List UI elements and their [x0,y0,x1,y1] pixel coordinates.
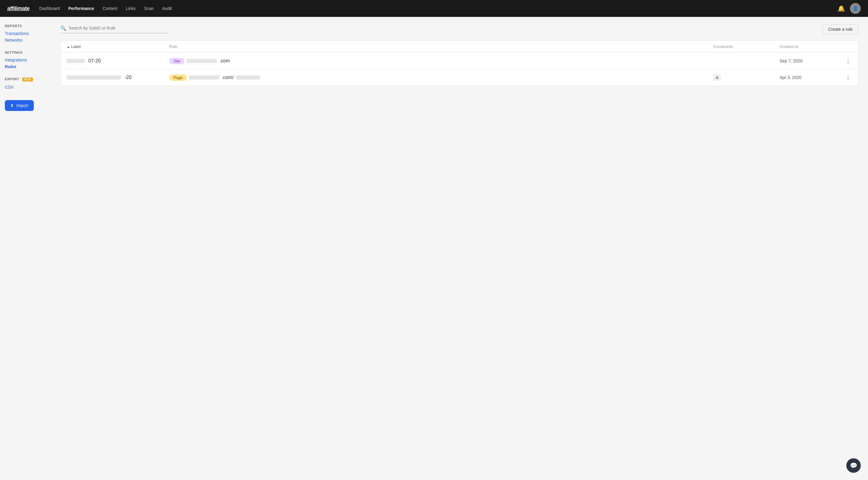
col-label-header: ▲ Label [67,44,169,49]
top-navigation: affilimate Dashboard Performance Content… [0,0,868,17]
row1-label-skeleton [67,59,85,63]
col-actions-header [840,44,852,49]
new-badge: NEW [22,77,33,82]
row1-date-cell: Sep 7, 2020 [780,59,840,63]
row2-rule-badge: Page [169,74,187,81]
sidebar-item-networks[interactable]: Networks [5,37,46,43]
row2-date-cell: Apr 3, 2020 [780,75,840,80]
nav-audit[interactable]: Audit [162,6,172,11]
row2-more-button[interactable]: ⋮ [844,73,852,82]
row2-label-cell: -20 [67,75,169,80]
search-icon: 🔍 [60,25,66,31]
sidebar-section-export-title: EXPORT NEW [5,77,46,82]
user-avatar[interactable]: 👤 [850,3,861,14]
page-layout: REPORTS Transactions Networks SETTINGS I… [0,17,868,480]
row2-label-skeleton [67,75,121,79]
row2-rule-cell: Page .com/ [169,74,713,81]
row2-constraints-cell: a [713,74,780,81]
nav-scan[interactable]: Scan [144,6,154,11]
row1-rule-cell: Site .com [169,58,713,64]
row2-label-text: -20 [125,75,131,80]
sort-icon: ▲ [67,45,70,49]
nav-dashboard[interactable]: Dashboard [39,6,60,11]
col-date-header: Created At [780,44,840,49]
sidebar-section-settings-title: SETTINGS [5,51,46,54]
table-header: ▲ Label Rule Constraints Created At [61,41,858,53]
sidebar-item-csv[interactable]: CSV [5,84,46,91]
search-container: 🔍 [60,25,169,33]
row1-rule-badge: Site [169,58,184,64]
sidebar: REPORTS Transactions Networks SETTINGS I… [0,17,51,480]
search-row: 🔍 Create a rule [60,24,858,34]
row2-url-skeleton [189,75,219,79]
sidebar-section-reports-title: REPORTS [5,24,46,28]
nav-right: 🔔 👤 [838,3,861,14]
search-input[interactable] [69,26,169,30]
row1-label-text: 07-20 [88,58,101,64]
chat-bubble[interactable]: 💬 [846,458,861,473]
table-row: -20 Page .com/ a Apr 3, 2020 ⋮ [61,69,858,86]
logo[interactable]: affilimate [7,5,30,12]
row1-label-cell: 07-20 [67,58,169,64]
row1-more-button[interactable]: ⋮ [844,57,852,65]
row2-url-suffix: .com/ [222,75,234,80]
rules-table: ▲ Label Rule Constraints Created At 07-2… [60,40,858,86]
sidebar-section-settings: SETTINGS Integrations Rules [5,51,46,70]
main-content: 🔍 Create a rule ▲ Label Rule Constraints… [51,17,868,480]
sidebar-item-integrations[interactable]: Integrations [5,57,46,63]
sidebar-item-transactions[interactable]: Transactions [5,30,46,37]
table-row: 07-20 Site .com Sep 7, 2020 ⋮ [61,53,858,69]
sidebar-item-rules[interactable]: Rules [5,63,46,70]
row1-url-skeleton [187,59,217,63]
row2-constraint-icon: a [713,74,721,81]
row2-menu-cell: ⋮ [840,73,852,82]
chat-icon: 💬 [850,462,858,469]
row1-url-suffix: .com [219,58,230,64]
nav-links[interactable]: Links [126,6,136,11]
nav-links: Dashboard Performance Content Links Scan… [39,6,828,11]
nav-content[interactable]: Content [102,6,117,11]
sidebar-section-reports: REPORTS Transactions Networks [5,24,46,43]
nav-performance[interactable]: Performance [68,6,94,11]
col-constraints-header: Constraints [713,44,780,49]
sidebar-section-export: EXPORT NEW CSV [5,77,46,91]
notification-bell-icon[interactable]: 🔔 [838,5,845,12]
col-rule-header: Rule [169,44,713,49]
create-rule-button[interactable]: Create a rule [823,24,858,34]
import-icon: ⬆ [10,103,14,108]
row1-menu-cell: ⋮ [840,57,852,65]
row2-url-extra-skeleton [236,75,260,79]
import-button[interactable]: ⬆ Import [5,100,34,111]
